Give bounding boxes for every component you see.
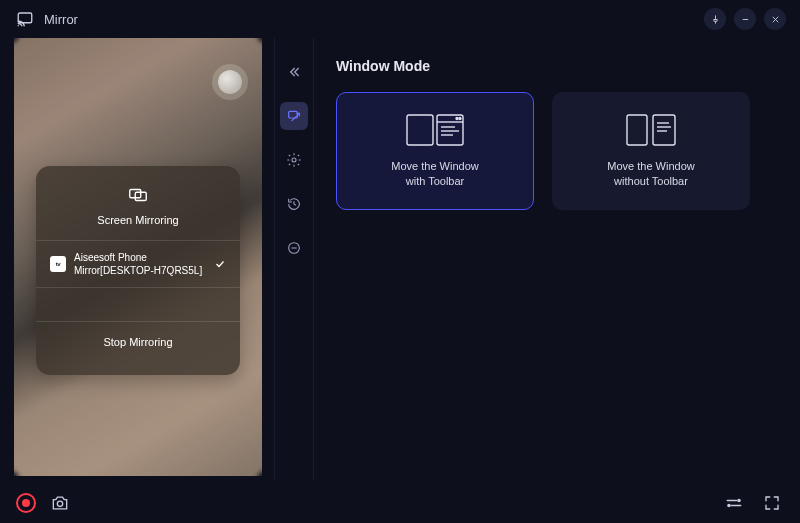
- history-tab[interactable]: [280, 190, 308, 218]
- app-title: Mirror: [44, 12, 78, 27]
- phone-preview: Screen Mirroring tv Aiseesoft Phone Mirr…: [14, 38, 262, 476]
- collapse-sidebar-button[interactable]: [280, 58, 308, 86]
- more-tab[interactable]: [280, 234, 308, 262]
- stop-mirroring-label: Stop Mirroring: [103, 336, 172, 348]
- pin-button[interactable]: [704, 8, 726, 30]
- bottombar: [0, 483, 800, 523]
- record-button[interactable]: [16, 493, 36, 513]
- svg-point-7: [292, 158, 296, 162]
- svg-point-27: [728, 504, 730, 506]
- window-with-toolbar-icon: [405, 113, 465, 147]
- screen-mirroring-card: Screen Mirroring tv Aiseesoft Phone Mirr…: [36, 166, 240, 375]
- svg-rect-19: [653, 115, 675, 145]
- close-button[interactable]: [764, 8, 786, 30]
- list-toggle-button[interactable]: [722, 491, 746, 515]
- stop-mirroring-button[interactable]: Stop Mirroring: [36, 321, 240, 361]
- window-without-toolbar-icon: [625, 113, 677, 147]
- svg-point-14: [459, 117, 461, 119]
- minimize-button[interactable]: [734, 8, 756, 30]
- cast-icon: [16, 10, 34, 28]
- screenshot-button[interactable]: [48, 491, 72, 515]
- svg-point-13: [456, 117, 458, 119]
- panel-title: Window Mode: [336, 58, 770, 74]
- window-mode-tab[interactable]: [280, 102, 308, 130]
- fullscreen-button[interactable]: [760, 491, 784, 515]
- sidebar: [274, 38, 314, 480]
- mode-card-label: Move the Window with Toolbar: [391, 159, 478, 190]
- svg-point-25: [738, 499, 740, 501]
- svg-rect-10: [407, 115, 433, 145]
- mode-card-without-toolbar[interactable]: Move the Window without Toolbar: [552, 92, 750, 210]
- mirror-icon: [127, 184, 149, 206]
- mirror-card-title: Screen Mirroring: [97, 214, 178, 226]
- camera-indicator: [218, 70, 242, 94]
- device-badge: tv: [50, 256, 66, 272]
- svg-rect-18: [627, 115, 647, 145]
- mode-card-with-toolbar[interactable]: Move the Window with Toolbar: [336, 92, 534, 210]
- titlebar: Mirror: [0, 0, 800, 38]
- settings-tab[interactable]: [280, 146, 308, 174]
- device-row[interactable]: tv Aiseesoft Phone Mirror[DESKTOP-H7QRS5…: [36, 240, 240, 287]
- main-panel: Window Mode Move the Wind: [314, 38, 792, 480]
- device-name: Aiseesoft Phone Mirror[DESKTOP-H7QRS5L]: [74, 251, 206, 277]
- mode-card-label: Move the Window without Toolbar: [607, 159, 694, 190]
- check-icon: [214, 258, 226, 270]
- empty-device-slot: [36, 287, 240, 321]
- svg-point-23: [57, 501, 62, 506]
